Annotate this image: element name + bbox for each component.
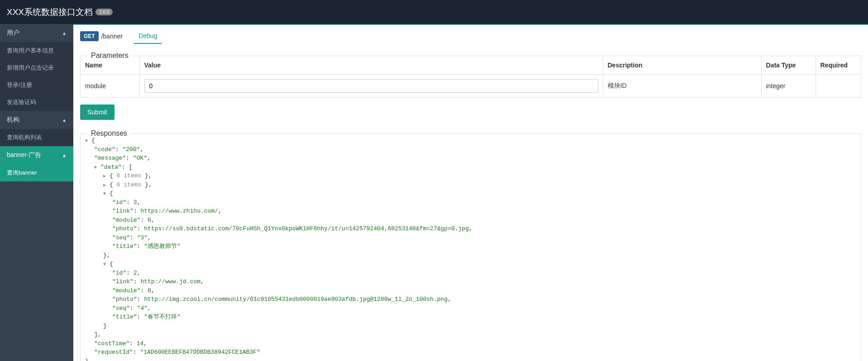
toggle-icon[interactable]: ▶ bbox=[103, 173, 109, 180]
json-response: ▼{ "code": "200", "message": "OK", ▼"dat… bbox=[81, 134, 861, 361]
submit-button[interactable]: Submit bbox=[80, 104, 114, 120]
parameters-section: Parameters Name Value Description Data T… bbox=[80, 56, 861, 98]
toggle-icon[interactable]: ▼ bbox=[103, 190, 109, 197]
parameters-table: Name Value Description Data Type Require… bbox=[81, 56, 861, 97]
param-required bbox=[816, 75, 861, 98]
sidebar-item-org-list[interactable]: 查询机构列表 bbox=[0, 129, 73, 146]
chevron-up-icon: ▲ bbox=[62, 118, 67, 123]
col-required: Required bbox=[816, 56, 861, 75]
sidebar: 用户 ▲ 查询用户基本信息 新增用户点击记录 登录/注册 发送验证码 机构 ▲ … bbox=[0, 24, 73, 361]
http-method-badge: GET bbox=[80, 31, 99, 41]
toggle-icon[interactable]: ▼ bbox=[94, 164, 100, 171]
responses-legend: Responses bbox=[87, 129, 131, 138]
version-badge: 1.0.0 bbox=[95, 9, 113, 15]
sidebar-group-org[interactable]: 机构 ▲ bbox=[0, 111, 73, 129]
param-name: module bbox=[81, 75, 139, 98]
tab-debug[interactable]: Debug bbox=[134, 28, 162, 44]
param-value-cell bbox=[139, 75, 603, 98]
endpoint-path: /banner bbox=[101, 33, 123, 40]
sidebar-item-verify[interactable]: 发送验证码 bbox=[0, 94, 73, 111]
col-value: Value bbox=[139, 56, 603, 75]
col-datatype: Data Type bbox=[761, 56, 816, 75]
chevron-up-icon: ▲ bbox=[62, 31, 67, 36]
sidebar-group-users[interactable]: 用户 ▲ bbox=[0, 24, 73, 42]
endpoint-header: GET /banner Debug bbox=[73, 25, 868, 44]
sidebar-item-login[interactable]: 登录/注册 bbox=[0, 76, 73, 94]
app-title: XXX系统数据接口文档 bbox=[7, 6, 93, 18]
sidebar-group-label: banner-广告 bbox=[7, 151, 41, 159]
sidebar-item-query-banner[interactable]: 查询banner bbox=[0, 164, 73, 181]
sidebar-group-banner[interactable]: banner-广告 ▲ bbox=[0, 146, 73, 164]
toggle-icon[interactable]: ▶ bbox=[103, 182, 109, 189]
app-header: XXX系统数据接口文档 1.0.0 bbox=[0, 0, 868, 24]
sidebar-group-label: 机构 bbox=[7, 116, 19, 124]
sidebar-group-label: 用户 bbox=[7, 29, 19, 37]
param-value-input[interactable] bbox=[144, 79, 598, 93]
parameters-legend: Parameters bbox=[87, 52, 132, 60]
col-description: Description bbox=[603, 56, 761, 75]
sidebar-item-user-click[interactable]: 新增用户点击记录 bbox=[0, 59, 73, 76]
table-row: module 模块ID integer bbox=[81, 75, 861, 98]
param-description: 模块ID bbox=[603, 75, 761, 98]
sidebar-item-user-info[interactable]: 查询用户基本信息 bbox=[0, 42, 73, 59]
main-content: GET /banner Debug Parameters Name Value … bbox=[73, 24, 868, 361]
chevron-up-icon: ▲ bbox=[62, 153, 67, 158]
param-datatype: integer bbox=[761, 75, 816, 98]
responses-section: Responses ▼{ "code": "200", "message": "… bbox=[80, 133, 861, 361]
toggle-icon[interactable]: ▼ bbox=[85, 138, 91, 144]
toggle-icon[interactable]: ▼ bbox=[103, 261, 109, 268]
